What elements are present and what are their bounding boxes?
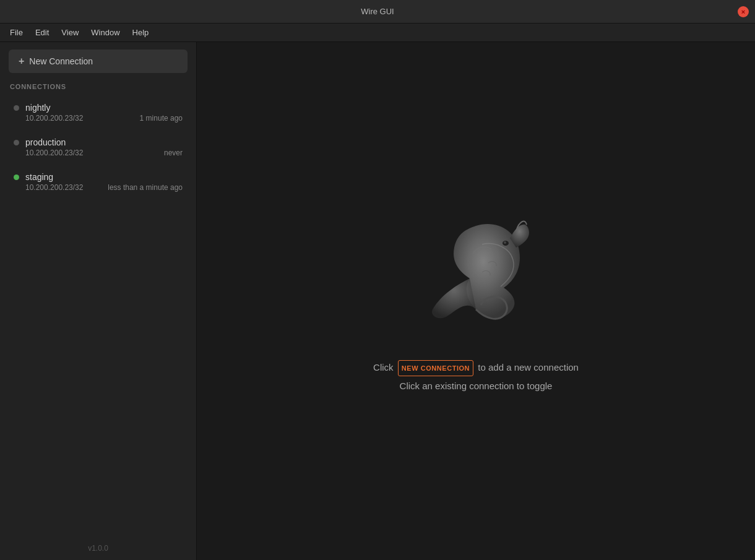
close-button[interactable]: × <box>738 6 749 17</box>
sidebar: + New Connection CONNECTIONS nightly 10.… <box>0 42 197 560</box>
status-dot-nightly <box>14 105 19 111</box>
connection-time-nightly: 1 minute ago <box>140 114 183 123</box>
close-icon: × <box>741 8 745 15</box>
content-area: Click NEW CONNECTION to add a new connec… <box>197 42 755 560</box>
hint-click-text: Click <box>373 362 396 373</box>
hint-area: Click NEW CONNECTION to add a new connec… <box>373 358 579 395</box>
connection-time-staging: less than a minute ago <box>108 183 183 192</box>
connection-time-production: never <box>164 149 183 157</box>
app-title: Wire GUI <box>361 7 394 16</box>
connection-ip-production: 10.200.200.23/32 <box>25 149 83 157</box>
connection-meta-nightly: 10.200.200.23/32 1 minute ago <box>25 114 183 123</box>
connection-item-production[interactable]: production 10.200.200.23/32 never <box>4 131 192 163</box>
connection-meta-production: 10.200.200.23/32 never <box>25 149 183 157</box>
connection-info-staging: staging 10.200.200.23/32 less than a min… <box>25 172 183 192</box>
status-dot-staging <box>14 174 19 180</box>
hint-line-1: Click NEW CONNECTION to add a new connec… <box>373 358 579 377</box>
new-connection-badge: NEW CONNECTION <box>398 360 473 376</box>
connection-ip-nightly: 10.200.200.23/32 <box>25 114 83 123</box>
menu-view[interactable]: View <box>56 25 84 40</box>
menu-edit[interactable]: Edit <box>30 25 54 40</box>
status-dot-production <box>14 140 19 145</box>
version-label: v1.0.0 <box>0 536 196 560</box>
connections-header: CONNECTIONS <box>0 80 196 95</box>
svg-point-1 <box>504 241 506 244</box>
dragon-logo <box>414 207 538 331</box>
connection-item-staging[interactable]: staging 10.200.200.23/32 less than a min… <box>4 166 192 198</box>
menu-window[interactable]: Window <box>86 25 124 40</box>
connection-item-nightly[interactable]: nightly 10.200.200.23/32 1 minute ago <box>4 97 192 129</box>
connection-name-production: production <box>25 137 183 147</box>
plus-icon: + <box>19 56 24 67</box>
titlebar: Wire GUI × <box>0 0 755 24</box>
menu-help[interactable]: Help <box>127 25 154 40</box>
new-connection-label: New Connection <box>29 56 93 66</box>
main-layout: + New Connection CONNECTIONS nightly 10.… <box>0 42 755 560</box>
connection-name-nightly: nightly <box>25 103 183 113</box>
connection-info-production: production 10.200.200.23/32 never <box>25 137 183 157</box>
connection-meta-staging: 10.200.200.23/32 less than a minute ago <box>25 183 183 192</box>
hint-line-2: Click an existing connection to toggle <box>373 377 579 395</box>
logo-area <box>414 207 538 334</box>
new-connection-button[interactable]: + New Connection <box>9 50 188 73</box>
connection-info-nightly: nightly 10.200.200.23/32 1 minute ago <box>25 103 183 123</box>
menu-file[interactable]: File <box>5 25 28 40</box>
connection-name-staging: staging <box>25 172 183 182</box>
connection-ip-staging: 10.200.200.23/32 <box>25 183 83 192</box>
hint-after-badge-text: to add a new connection <box>478 362 579 373</box>
menubar: File Edit View Window Help <box>0 24 755 42</box>
